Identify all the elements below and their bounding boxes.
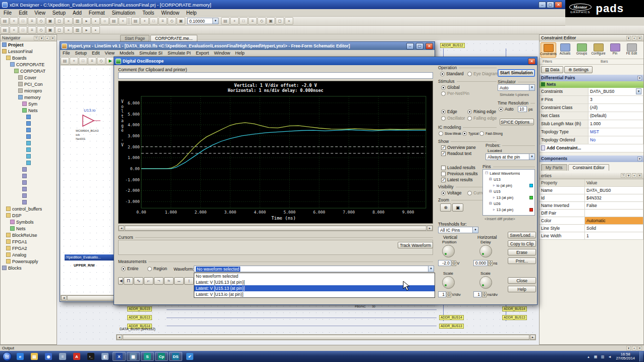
tree-item[interactable]: Boards — [1, 55, 57, 61]
toolbar-icon[interactable]: ≡ — [158, 17, 167, 25]
tree-item[interactable]: BlockReUse — [1, 232, 57, 238]
tree-item[interactable] — [1, 127, 57, 133]
dropdown-arrow-icon[interactable]: ▼ — [636, 88, 641, 94]
chevron-down-icon[interactable]: ▾ — [39, 36, 44, 40]
tree-item[interactable] — [1, 153, 57, 160]
net-label[interactable]: ADDR_BUS13 — [439, 324, 464, 329]
menu-item[interactable]: View — [102, 50, 117, 56]
menu-item[interactable]: Tools — [139, 10, 157, 16]
toolbar-icon[interactable]: ▸ — [82, 17, 91, 25]
net-label[interactable]: ADDR_BUS12 — [440, 43, 465, 48]
tree-item[interactable] — [1, 146, 57, 153]
toolbar-icon[interactable]: □ — [239, 17, 248, 25]
tree-item[interactable]: memory — [1, 94, 57, 100]
menu-item[interactable]: File — [0, 10, 15, 16]
toolbar-icon[interactable]: ◇ — [37, 17, 45, 25]
tree-item[interactable] — [1, 133, 57, 140]
constraint-value[interactable]: No▼ — [588, 136, 643, 144]
property-value[interactable] — [585, 210, 643, 217]
close-icon[interactable]: ✕ — [637, 76, 642, 80]
scope-plot[interactable]: 0.001.0002.0003.0004.0005.0006.0007.0008… — [119, 81, 433, 223]
net-label[interactable]: ADDR_BUS13 — [502, 315, 527, 320]
buffer-symbol[interactable] — [81, 114, 101, 127]
components-section[interactable]: Components ✕ — [540, 156, 643, 162]
eye-diagram-radio[interactable]: Eye Diagram — [467, 71, 498, 76]
scroll-thumb[interactable] — [123, 335, 529, 340]
tree-item[interactable]: Cover — [1, 74, 57, 81]
toolbar-icon[interactable]: □ — [19, 17, 27, 25]
menu-item[interactable]: Window — [211, 50, 233, 56]
latest-results-checkbox[interactable]: Latest results — [441, 177, 473, 182]
toolbar-icon[interactable]: ▤ — [1, 26, 9, 34]
falling-edge-radio[interactable]: Falling edge — [467, 116, 497, 121]
entire-radio[interactable]: Entire — [121, 266, 138, 271]
constraint-value[interactable]: 3▼ — [588, 96, 643, 104]
tree-expander-icon[interactable]: ⊟ — [489, 177, 492, 181]
toolbar-icon[interactable]: ▤ — [131, 17, 140, 25]
schematic-hscrollbar[interactable]: ◄ ► — [116, 334, 536, 340]
toolbar-icon[interactable]: ◇ — [257, 17, 266, 25]
menu-item[interactable]: Setup — [49, 10, 69, 16]
toolbar-icon[interactable]: ◇ — [168, 17, 176, 25]
pin-tree-item[interactable]: ▹ io (at pin) — [484, 182, 534, 188]
property-value[interactable]: False — [585, 202, 643, 210]
chevron-down-icon[interactable]: ▼ — [428, 266, 434, 272]
tree-item[interactable]: DSP — [1, 212, 57, 219]
menu-item[interactable]: Help — [233, 50, 247, 56]
spinner-arrows[interactable]: ▲▼ — [452, 261, 456, 266]
tree-item[interactable]: Analog — [1, 251, 57, 258]
located-combo[interactable]: Always at the pin▼ — [486, 153, 535, 160]
per-net-pin-radio[interactable]: Per-Net/Pin — [441, 91, 469, 96]
thresholds-combo[interactable]: All IC Pins▼ — [438, 227, 478, 233]
tree-item[interactable]: Nets — [1, 107, 57, 114]
copy-to-clip-button[interactable]: Copy to Clip — [508, 240, 536, 247]
toolbar-icon[interactable]: + — [140, 17, 149, 25]
tree-item[interactable]: FPGA1 — [1, 238, 57, 245]
toolbar-icon[interactable]: ▸ — [82, 26, 91, 34]
pin-icon[interactable]: ▪ — [632, 346, 636, 350]
scroll-thumb[interactable] — [125, 226, 426, 231]
dropdown-option[interactable]: No waveform selected — [194, 273, 435, 279]
erase-button[interactable]: Erase — [508, 249, 536, 255]
tree-item[interactable] — [1, 199, 57, 205]
toolbar-icon[interactable]: + — [230, 17, 239, 25]
constraint-toolbar-button[interactable]: Groups — [574, 42, 589, 58]
tree-item[interactable]: Powersupply — [1, 258, 57, 265]
tree-expander-icon[interactable]: ▹ — [493, 195, 495, 199]
col-property[interactable]: Property — [540, 179, 585, 187]
toolbar-icon[interactable]: + — [10, 17, 18, 25]
slow-weak-radio[interactable]: Slow-Weak — [439, 131, 461, 136]
start-simulation-button[interactable]: Start Simulation — [498, 69, 535, 77]
pin-tree-item[interactable]: ⊟ U13 — [484, 176, 534, 182]
tree-item[interactable] — [1, 114, 57, 120]
constraint-toolbar-button[interactable]: FE Edit — [624, 42, 639, 58]
toolbar-icon[interactable]: ◇ — [97, 57, 105, 65]
taskbar-icon[interactable]: ✔ — [183, 352, 196, 361]
tree-item[interactable]: Symbols — [1, 219, 57, 225]
constraint-toolbar-button[interactable]: Configure — [591, 42, 606, 58]
toolbar-icon[interactable]: × — [285, 17, 293, 25]
constraint-toolbar-button[interactable]: Constraints — [541, 42, 556, 58]
simulator-combo[interactable]: Auto▼ — [498, 84, 535, 91]
tree-item[interactable]: Nets — [1, 225, 57, 232]
tab-data[interactable]: ▤ Data — [541, 66, 563, 73]
taskbar-icon[interactable]: e — [14, 352, 27, 361]
col-value[interactable]: Value — [585, 179, 643, 187]
readout-text-checkbox[interactable]: Readout text — [441, 151, 471, 156]
menu-item[interactable]: File — [60, 50, 73, 56]
property-value[interactable]: $4N332 — [585, 194, 643, 202]
hyperlynx-titlebar[interactable]: HyperLynx - LineSim v9.1 - [DATA_BUS0.ff… — [60, 42, 435, 50]
chevron-down-icon[interactable]: ▾ — [626, 173, 631, 178]
tree-item[interactable] — [1, 179, 57, 186]
clock[interactable]: 16:58 27/05/2014 — [614, 352, 637, 361]
taskbar-icon[interactable]: ≡ — [56, 352, 69, 361]
taskbar-icon[interactable]: ›_ — [84, 352, 97, 361]
volume-icon[interactable]: ◄ — [607, 354, 612, 359]
taskbar-icon[interactable]: Cp — [155, 352, 168, 361]
spinner-arrows[interactable]: ▲▼ — [488, 261, 493, 266]
toolbar-icon[interactable]: ▣ — [266, 17, 275, 25]
waveform-combo[interactable]: No waveform selected ▼ — [194, 266, 434, 272]
scroll-right-arrow[interactable]: ► — [427, 226, 433, 231]
comment-input[interactable] — [118, 72, 433, 79]
tree-item[interactable]: CORPORAT — [1, 68, 57, 74]
